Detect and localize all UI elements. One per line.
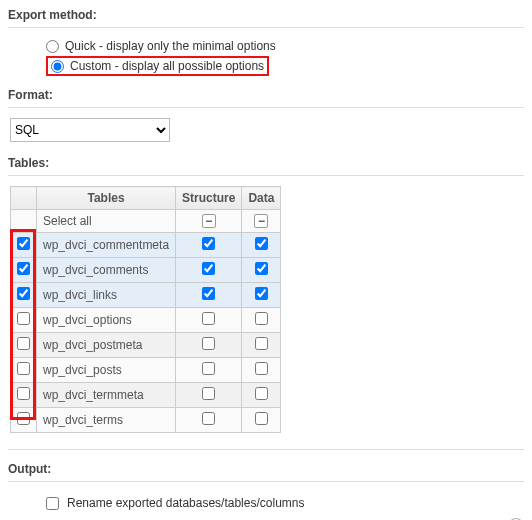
row-select[interactable] — [17, 337, 30, 350]
select-all-label[interactable]: Select all — [37, 210, 176, 233]
export-custom-label: Custom - display all possible options — [70, 59, 264, 73]
col-data: Data — [242, 187, 281, 210]
rename-label: Rename exported databases/tables/columns — [67, 496, 304, 510]
row-select[interactable] — [17, 262, 30, 275]
row-data[interactable] — [255, 312, 268, 325]
row-data[interactable] — [255, 287, 268, 300]
row-structure[interactable] — [202, 287, 215, 300]
row-data[interactable] — [255, 362, 268, 375]
table-row[interactable]: wp_dvci_terms — [11, 408, 281, 433]
row-data[interactable] — [255, 262, 268, 275]
col-structure: Structure — [176, 187, 242, 210]
data-toggle-all[interactable]: − — [254, 214, 268, 228]
row-data[interactable] — [255, 387, 268, 400]
table-row[interactable]: wp_dvci_commentmeta — [11, 233, 281, 258]
export-custom-radio[interactable] — [51, 60, 64, 73]
row-select[interactable] — [17, 362, 30, 375]
format-heading: Format: — [8, 84, 524, 108]
row-structure[interactable] — [202, 262, 215, 275]
export-method-heading: Export method: — [8, 4, 524, 28]
table-row[interactable]: wp_dvci_options — [11, 308, 281, 333]
row-data[interactable] — [255, 412, 268, 425]
row-select[interactable] — [17, 287, 30, 300]
rename-checkbox[interactable] — [46, 497, 59, 510]
table-row: Select all − − — [11, 210, 281, 233]
table-row[interactable]: wp_dvci_postmeta — [11, 333, 281, 358]
format-select[interactable]: SQL — [10, 118, 170, 142]
table-row[interactable]: wp_dvci_comments — [11, 258, 281, 283]
structure-toggle-all[interactable]: − — [202, 214, 216, 228]
row-select[interactable] — [17, 312, 30, 325]
row-data[interactable] — [255, 337, 268, 350]
output-heading: Output: — [8, 458, 524, 482]
export-quick-label: Quick - display only the minimal options — [65, 39, 276, 53]
row-select[interactable] — [17, 237, 30, 250]
table-row[interactable]: wp_dvci_posts — [11, 358, 281, 383]
table-row[interactable]: wp_dvci_links — [11, 283, 281, 308]
row-structure[interactable] — [202, 337, 215, 350]
row-select[interactable] — [17, 387, 30, 400]
export-quick-radio[interactable] — [46, 40, 59, 53]
row-data[interactable] — [255, 237, 268, 250]
table-row[interactable]: wp_dvci_termmeta — [11, 383, 281, 408]
col-tables: Tables — [37, 187, 176, 210]
row-select[interactable] — [17, 412, 30, 425]
tables-heading: Tables: — [8, 152, 524, 176]
row-structure[interactable] — [202, 387, 215, 400]
row-structure[interactable] — [202, 362, 215, 375]
row-structure[interactable] — [202, 412, 215, 425]
tables-table: Tables Structure Data Select all − − wp_… — [10, 186, 281, 433]
export-custom-highlight: Custom - display all possible options — [46, 56, 269, 76]
row-structure[interactable] — [202, 237, 215, 250]
row-structure[interactable] — [202, 312, 215, 325]
